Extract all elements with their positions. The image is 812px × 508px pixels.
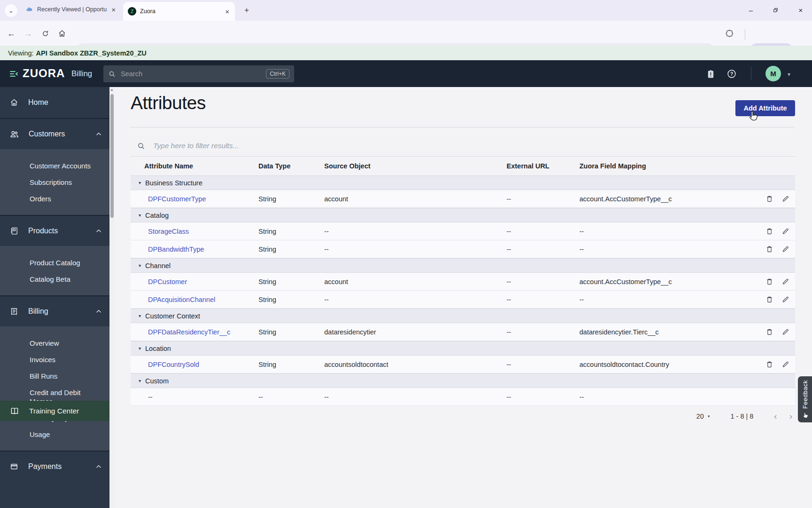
edit-icon[interactable] [781, 195, 789, 203]
page-scrollbar[interactable]: ▲ [109, 87, 114, 508]
sidebar-item-orders[interactable]: Orders [0, 190, 109, 207]
forward-icon[interactable]: → [22, 27, 35, 40]
sidebar-item-training-center[interactable]: Training Center [0, 401, 118, 421]
sidebar-item-payments[interactable]: Payments [0, 451, 109, 482]
table-row: DPCustomer String account -- account.Acc… [131, 273, 795, 291]
release-notes-button[interactable] [703, 67, 718, 81]
edit-icon[interactable] [781, 360, 789, 368]
edit-icon[interactable] [781, 295, 789, 303]
sidebar-item-catalog-beta[interactable]: Catalog Beta [0, 271, 109, 287]
sidebar-item-subscriptions[interactable]: Subscriptions [0, 174, 109, 190]
feedback-tab[interactable]: Feedback [798, 376, 812, 422]
global-search-input[interactable] [121, 70, 261, 78]
add-attribute-button[interactable]: Add Attribute [735, 100, 795, 116]
table-row: DPFCustomerType String account -- accoun… [131, 190, 795, 208]
previous-page-icon[interactable]: ‹ [774, 412, 777, 421]
page-size-select[interactable]: 20 ▾ [696, 413, 710, 420]
page-title: Attributes [131, 93, 206, 113]
extensions-icon[interactable] [723, 27, 736, 40]
group-row-customer-context[interactable]: ▾Customer Context [131, 309, 795, 323]
group-row-catalog[interactable]: ▾Catalog [131, 208, 795, 222]
data-type-cell: String [258, 328, 324, 336]
group-row-business-structure[interactable]: ▾Business Structure [131, 175, 795, 190]
table-row: -- -- -- -- -- [131, 388, 795, 406]
field-mapping-cell: account.AccCustomerType__c [579, 278, 751, 286]
browser-tab-zuora[interactable]: Z Zuora × [123, 2, 235, 21]
billing-icon [9, 307, 19, 316]
global-search[interactable]: Ctrl+K [103, 65, 294, 82]
help-icon: ? [726, 69, 737, 79]
filter-input[interactable] [153, 142, 388, 150]
sidebar-item-customers[interactable]: Customers [0, 118, 109, 149]
data-type-cell: String [258, 278, 324, 286]
sidebar-item-billing[interactable]: Billing [0, 295, 109, 326]
attribute-link[interactable]: DPCustomer [148, 278, 187, 286]
attribute-link[interactable]: StorageClass [148, 228, 189, 235]
sidebar-item-bill-runs[interactable]: Bill Runs [0, 368, 109, 384]
back-icon[interactable]: ← [5, 27, 18, 40]
collapse-caret-icon: ▾ [139, 263, 141, 268]
sidebar-item-customer-accounts[interactable]: Customer Accounts [0, 158, 109, 174]
sidebar-collapse-button[interactable] [8, 68, 20, 81]
data-type-cell: -- [258, 393, 324, 401]
scrollbar-up-icon[interactable]: ▲ [109, 88, 114, 91]
edit-icon[interactable] [781, 278, 789, 286]
field-mapping-cell: -- [579, 296, 751, 303]
billing-submenu: Overview Invoices Bill Runs Credit and D… [0, 326, 109, 451]
edit-icon[interactable] [781, 245, 789, 253]
group-row-channel[interactable]: ▾Channel [131, 258, 795, 273]
attribute-link[interactable]: DPAcquisitionChannel [148, 296, 215, 303]
delete-icon[interactable] [765, 195, 773, 203]
help-button[interactable]: ? [725, 67, 739, 81]
salesforce-cloud-icon [25, 6, 33, 14]
app-header: ZUORA Billing Ctrl+K ? M ▾ [0, 60, 812, 87]
external-url-cell: -- [507, 246, 579, 253]
edit-icon[interactable] [781, 328, 789, 336]
reload-icon[interactable] [39, 27, 52, 40]
reload-glyph-icon [41, 30, 49, 38]
new-tab-button[interactable]: + [241, 4, 253, 16]
attribute-link[interactable]: DPBandwidthType [148, 246, 204, 253]
column-header: Data Type [258, 162, 324, 170]
window-minimize-button[interactable]: – [743, 3, 758, 17]
edit-icon[interactable] [781, 227, 789, 235]
products-submenu: Product Catalog Catalog Beta [0, 246, 109, 295]
delete-icon[interactable] [765, 278, 773, 286]
home-icon[interactable] [55, 27, 69, 40]
attribute-name-cell: -- [131, 393, 258, 401]
browser-tab-salesforce[interactable]: Recently Viewed | Opportunitie × [21, 0, 121, 19]
attribute-link[interactable]: DPFCountrySold [148, 361, 199, 368]
collapse-caret-icon: ▾ [139, 313, 141, 318]
sidebar-item-products[interactable]: Products [0, 215, 109, 246]
table-header-row: Attribute Name Data Type Source Object E… [131, 156, 795, 175]
close-icon[interactable]: × [224, 8, 230, 16]
attribute-link[interactable]: DPFDataResidencyTier__c [148, 328, 230, 336]
close-icon[interactable]: × [110, 6, 117, 14]
attribute-link[interactable]: DPFCustomerType [148, 195, 206, 203]
sidebar-item-overview[interactable]: Overview [0, 335, 109, 351]
sidebar-item-product-catalog[interactable]: Product Catalog [0, 254, 109, 271]
external-url-cell: -- [507, 278, 579, 286]
sidebar-item-usage[interactable]: Usage [0, 426, 109, 443]
collapse-caret-icon: ▾ [139, 378, 141, 383]
delete-icon[interactable] [765, 227, 773, 235]
scrollbar-thumb[interactable] [110, 94, 114, 218]
delete-icon[interactable] [765, 295, 773, 303]
delete-icon[interactable] [765, 245, 773, 253]
tab-search-button[interactable]: ⌄ [5, 4, 17, 17]
delete-icon[interactable] [765, 328, 773, 336]
sidebar-item-home[interactable]: Home [0, 87, 109, 118]
page-size-value: 20 [696, 413, 704, 420]
group-name: Customer Context [145, 312, 200, 320]
customers-submenu: Customer Accounts Subscriptions Orders [0, 149, 109, 215]
window-close-button[interactable]: × [793, 3, 808, 17]
next-page-icon[interactable]: › [789, 412, 792, 421]
sidebar-item-invoices[interactable]: Invoices [0, 351, 109, 368]
user-menu-caret-icon[interactable]: ▾ [788, 71, 790, 78]
window-restore-button[interactable] [768, 3, 783, 17]
group-row-location[interactable]: ▾Location [131, 341, 795, 356]
delete-icon[interactable] [765, 360, 773, 368]
group-row-custom[interactable]: ▾Custom [131, 373, 795, 388]
products-icon [9, 226, 19, 236]
user-avatar[interactable]: M [765, 66, 781, 81]
